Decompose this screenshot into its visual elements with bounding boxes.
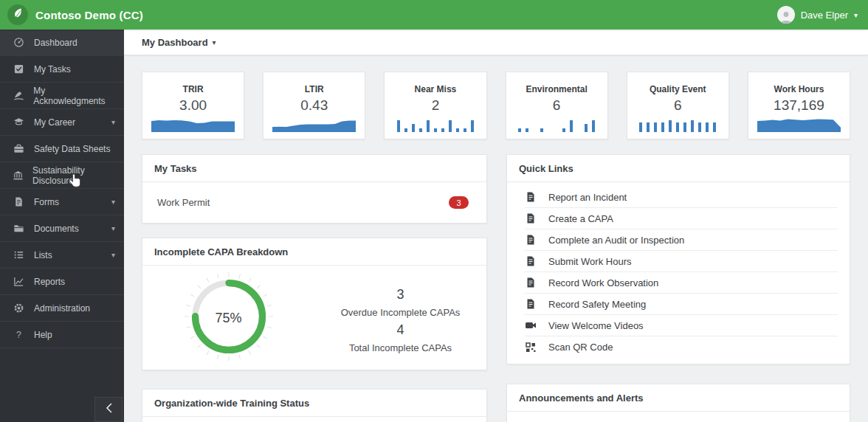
- quick-link-create-a-capa[interactable]: Create a CAPA: [525, 208, 838, 229]
- document-icon: [525, 212, 537, 224]
- sidebar-item-documents[interactable]: Documents▾: [0, 215, 124, 242]
- announcements-body: [507, 412, 850, 422]
- user-name: Dave Elper: [801, 10, 848, 21]
- sidebar-item-administration[interactable]: Administration: [0, 295, 124, 322]
- kpi-card-quality-event[interactable]: Quality Event6: [627, 72, 729, 139]
- kpi-value: 6: [674, 97, 682, 114]
- sidebar-item-label: My Acknowledgments: [33, 86, 115, 106]
- sidebar-item-label: My Career: [34, 117, 75, 128]
- quick-link-label: Scan QR Code: [548, 342, 613, 353]
- dashboard-selector-bar: My Dashboard ▾: [124, 30, 868, 55]
- sidebar-item-dashboard[interactable]: Dashboard: [0, 30, 124, 56]
- kpi-sparkline-area: [142, 117, 244, 139]
- quick-link-label: Complete an Audit or Inspection: [548, 235, 684, 246]
- task-row[interactable]: Work Permit3: [142, 182, 486, 223]
- capa-stat-label: Overdue Incomplete CAPAs: [314, 307, 486, 318]
- briefcase-icon: [13, 142, 25, 155]
- quick-link-complete-an-audit-or-inspection[interactable]: Complete an Audit or Inspection: [525, 229, 838, 251]
- quick-link-report-an-incident[interactable]: Report an Incident: [525, 187, 838, 208]
- acknowledgments-icon: [13, 89, 24, 102]
- qr-code-icon: [525, 342, 537, 353]
- kpi-card-ltir[interactable]: LTIR0.43: [263, 72, 365, 139]
- user-avatar-icon: [777, 6, 795, 24]
- graduation-cap-icon: [13, 116, 25, 128]
- sidebar-item-label: Sustainability Disclosure: [32, 165, 115, 186]
- capa-stats: 3Overdue Incomplete CAPAs4Total Incomple…: [314, 283, 486, 353]
- sidebar-item-my-tasks[interactable]: My Tasks: [0, 56, 124, 83]
- video-camera-icon: [525, 319, 537, 331]
- document-icon: [525, 277, 537, 288]
- list-icon: [13, 249, 25, 261]
- training-header: Organization-wide Training Status: [142, 390, 486, 417]
- panel-title: My Tasks: [154, 163, 197, 174]
- kpi-value: 3.00: [179, 97, 207, 114]
- chevron-down-icon: ▾: [111, 224, 115, 232]
- app-header: Contoso Demo (CC) Dave Elper ▾: [0, 0, 868, 30]
- sidebar-item-sustainability-disclosure[interactable]: Sustainability Disclosure: [0, 162, 124, 189]
- sidebar-collapse-button[interactable]: [94, 397, 123, 422]
- sidebar-item-my-career[interactable]: My Career▾: [0, 109, 124, 136]
- kpi-value: 137,169: [774, 97, 824, 114]
- document-icon: [525, 255, 537, 267]
- sidebar-item-safety-data-sheets[interactable]: Safety Data Sheets: [0, 136, 124, 162]
- dashboard-selector[interactable]: My Dashboard: [142, 37, 208, 48]
- chevron-down-icon: ▾: [854, 11, 858, 19]
- kpi-title: TRIR: [183, 84, 204, 94]
- chart-icon: [13, 275, 25, 288]
- quick-link-label: Create a CAPA: [548, 213, 613, 224]
- sidebar-item-label: Help: [34, 330, 52, 340]
- sidebar-item-my-acknowledgments[interactable]: My Acknowledgments: [0, 83, 124, 109]
- app-logo[interactable]: [7, 4, 28, 25]
- quick-link-record-work-observation[interactable]: Record Work Observation: [525, 272, 838, 294]
- quick-link-scan-qr-code[interactable]: Scan QR Code: [525, 336, 838, 358]
- kpi-card-environmental[interactable]: Environmental6: [506, 72, 608, 139]
- quick-link-view-welcome-videos[interactable]: View Welcome Videos: [525, 315, 838, 336]
- kpi-value: 2: [432, 97, 440, 114]
- user-menu[interactable]: Dave Elper ▾: [777, 6, 858, 24]
- capa-body: 75% 3Overdue Incomplete CAPAs4Total Inco…: [142, 266, 486, 370]
- my-tasks-panel: My Tasks Work Permit3: [142, 154, 487, 224]
- kpi-value: 0.43: [300, 97, 328, 114]
- panel-title: Announcements and Alerts: [519, 392, 644, 404]
- sidebar-item-lists[interactable]: Lists▾: [0, 242, 124, 269]
- my-tasks-header: My Tasks: [142, 155, 486, 182]
- bank-icon: [13, 169, 24, 181]
- kpi-card-near-miss[interactable]: Near Miss2: [384, 72, 486, 139]
- task-label: Work Permit: [157, 197, 210, 208]
- quick-link-label: Report an Incident: [548, 192, 627, 203]
- kpi-value: 6: [553, 97, 561, 114]
- quick-link-label: Submit Work Hours: [548, 256, 631, 267]
- gauge-percent-label: 75%: [215, 310, 241, 325]
- sidebar-item-label: My Tasks: [34, 64, 71, 75]
- folder-icon: [13, 222, 25, 235]
- quick-links-header: Quick Links: [507, 155, 850, 182]
- sidebar-item-label: Dashboard: [34, 38, 78, 48]
- document-icon: [525, 234, 537, 246]
- quick-link-record-safety-meeting[interactable]: Record Safety Meeting: [525, 294, 838, 315]
- sidebar-item-reports[interactable]: Reports: [0, 269, 124, 295]
- form-icon: [13, 196, 25, 208]
- chevron-down-icon[interactable]: ▾: [213, 38, 216, 46]
- kpi-title: Work Hours: [774, 84, 824, 94]
- kpi-title: LTIR: [305, 84, 324, 94]
- main-content: TRIR3.00LTIR0.43Near Miss2Environmental6…: [124, 55, 868, 422]
- document-icon: [525, 298, 537, 310]
- sidebar-item-label: Forms: [34, 197, 59, 207]
- kpi-card-work-hours[interactable]: Work Hours137,169: [748, 72, 850, 139]
- capa-stat-value: 3: [314, 287, 486, 302]
- app-title: Contoso Demo (CC): [35, 9, 143, 21]
- kpi-card-trir[interactable]: TRIR3.00: [142, 72, 244, 139]
- sidebar-item-help[interactable]: ?Help: [0, 322, 124, 348]
- capa-gauge: 75%: [142, 271, 314, 365]
- help-icon: ?: [13, 328, 25, 341]
- capa-stat-value: 4: [314, 322, 486, 338]
- quick-link-label: Record Safety Meeting: [548, 299, 646, 310]
- training-body: [142, 417, 486, 422]
- kpi-sparkline-area: [264, 117, 365, 139]
- dashboard-icon: [13, 36, 25, 49]
- sidebar-item-forms[interactable]: Forms▾: [0, 189, 124, 215]
- panel-title: Incomplete CAPA Breakdown: [154, 246, 288, 257]
- kpi-sparkline-bars: [627, 117, 728, 139]
- quick-link-submit-work-hours[interactable]: Submit Work Hours: [525, 251, 838, 272]
- sidebar: DashboardMy TasksMy AcknowledgmentsMy Ca…: [0, 30, 124, 422]
